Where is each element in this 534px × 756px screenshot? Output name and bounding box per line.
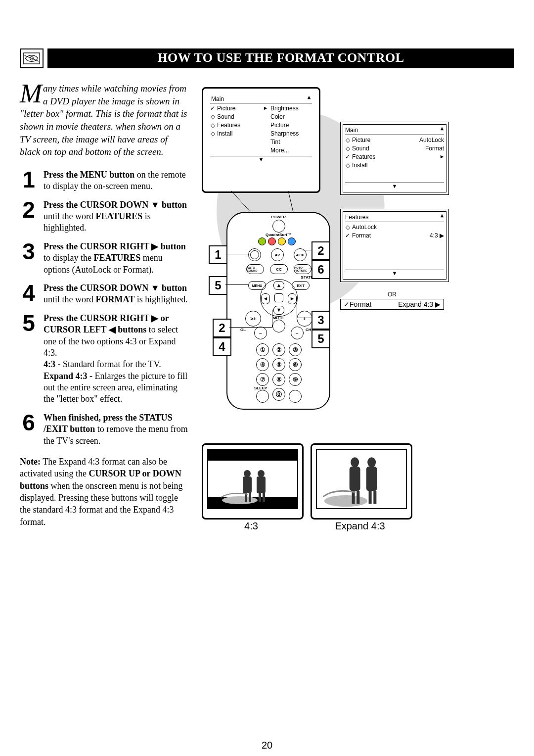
callout-2b: 2 bbox=[213, 319, 231, 337]
cursor-down-button[interactable] bbox=[273, 306, 284, 315]
callout-4: 4 bbox=[213, 337, 231, 356]
cursor-ok-button[interactable] bbox=[274, 293, 283, 302]
intro-body: any times while watching movies from a D… bbox=[20, 83, 187, 157]
panel-features: Features ◇AutoLock ✓Format4:3 ▶ bbox=[340, 209, 449, 282]
cc-button[interactable]: CC bbox=[270, 264, 288, 274]
quadrasurf-button[interactable] bbox=[258, 237, 266, 245]
beam-lines bbox=[202, 82, 350, 231]
digit-5-button[interactable]: ⑤ bbox=[272, 358, 285, 371]
dropcap: M bbox=[20, 82, 43, 106]
step-text: FEATURES bbox=[94, 253, 141, 263]
digit-1-button[interactable]: ① bbox=[256, 343, 269, 356]
cursor-up-button[interactable] bbox=[273, 281, 284, 290]
svg-rect-13 bbox=[249, 493, 251, 502]
sleep-button[interactable] bbox=[256, 390, 269, 403]
panel-item: Sound bbox=[352, 145, 369, 152]
quadrasurf-button[interactable] bbox=[288, 237, 296, 245]
panel-value: Format bbox=[425, 145, 444, 152]
panel-value: AutoLock bbox=[419, 137, 444, 143]
panel-item: Features bbox=[352, 153, 375, 160]
quadrasurf-button[interactable] bbox=[268, 237, 276, 245]
svg-rect-19 bbox=[350, 467, 360, 491]
panel-item: Format bbox=[352, 232, 371, 239]
mute-button[interactable] bbox=[272, 320, 285, 332]
step-text: Standard format for the TV. bbox=[63, 359, 161, 369]
step-text: until the word bbox=[44, 294, 96, 304]
digit-6-button[interactable]: ⑥ bbox=[289, 358, 302, 371]
note-lead: Note: bbox=[20, 457, 41, 467]
svg-rect-22 bbox=[356, 491, 359, 504]
brand-icon bbox=[20, 48, 44, 68]
step-4: 4 Press the CURSOR DOWN ▼ button until t… bbox=[20, 283, 190, 306]
ch-down-button[interactable]: − bbox=[291, 327, 304, 339]
svg-point-20 bbox=[351, 457, 359, 467]
svg-point-18 bbox=[324, 495, 367, 507]
digit-9-button[interactable]: ⑨ bbox=[289, 373, 302, 386]
callout-2: 2 bbox=[312, 241, 330, 260]
digit-3-button[interactable]: ③ bbox=[289, 343, 302, 356]
step-number: 4 bbox=[20, 282, 38, 306]
blank-button[interactable] bbox=[289, 390, 302, 403]
digit-0-button[interactable]: ⓪ bbox=[272, 388, 285, 401]
power-button[interactable] bbox=[272, 220, 285, 233]
format-bar-right: Expand 4:3 ▶ bbox=[398, 300, 441, 308]
or-label: OR bbox=[340, 291, 444, 298]
step-text: FEATURES bbox=[96, 211, 143, 221]
svg-rect-10 bbox=[243, 476, 252, 493]
panel-item: Install bbox=[352, 162, 367, 169]
av-button[interactable]: AV bbox=[271, 248, 284, 261]
digit-2-button[interactable]: ② bbox=[272, 343, 285, 356]
panel-item: AutoLock bbox=[352, 224, 377, 231]
step-text: FORMAT bbox=[96, 294, 135, 304]
svg-point-11 bbox=[244, 470, 251, 477]
check-icon: ✓ bbox=[345, 232, 350, 239]
step-5: 5 Press the CURSOR RIGHT ▶ or CURSOR LEF… bbox=[20, 313, 190, 405]
power-label: POWER bbox=[226, 215, 330, 219]
format-bar: ✓Format Expand 4:3 ▶ bbox=[340, 299, 444, 310]
cursor-left-button[interactable] bbox=[261, 293, 270, 304]
sample-4-3-label: 4:3 bbox=[202, 520, 301, 532]
callout-3: 3 bbox=[312, 311, 330, 330]
svg-point-15 bbox=[258, 470, 265, 477]
triangle-down-icon bbox=[393, 272, 397, 276]
step-3: 3 Press the CURSOR RIGHT ▶ button to dis… bbox=[20, 241, 190, 276]
digit-4-button[interactable]: ④ bbox=[256, 358, 269, 371]
step-1: 1 Press the MENU button on the remote to… bbox=[20, 169, 190, 192]
triangle-up-icon bbox=[440, 214, 444, 218]
intro-text: M any times while watching movies from a… bbox=[20, 82, 190, 158]
cursor-right-button[interactable] bbox=[288, 293, 297, 304]
triangle-up-icon bbox=[440, 127, 444, 131]
callout-1: 1 bbox=[209, 245, 227, 264]
step-number: 6 bbox=[20, 411, 38, 447]
auto-sound-button[interactable]: AUTO SOUND bbox=[246, 264, 264, 274]
sample-4-3 bbox=[202, 443, 304, 520]
panel-main-features: Main ◇PictureAutoLock ◇SoundFormat ✓Feat… bbox=[340, 122, 449, 195]
step-text: 4:3 - bbox=[44, 359, 63, 369]
format-bar-left: ✓Format bbox=[344, 300, 371, 308]
vol-down-button[interactable]: − bbox=[254, 327, 267, 339]
step-number: 1 bbox=[20, 168, 38, 192]
vol-label: OL bbox=[240, 328, 246, 332]
digit-8-button[interactable]: ⑧ bbox=[272, 373, 285, 386]
triangle-down-icon bbox=[393, 185, 397, 189]
step-number: 5 bbox=[20, 312, 38, 405]
step-2: 2 Press the CURSOR DOWN ▼ button until t… bbox=[20, 199, 190, 234]
sample-expand bbox=[311, 443, 412, 520]
step-text: Press the CURSOR DOWN ▼ button bbox=[44, 283, 187, 293]
ch-label: CH bbox=[306, 328, 312, 332]
auto-picture-button[interactable]: AUTO PICTURE bbox=[294, 264, 312, 274]
panel-item: Picture bbox=[352, 137, 370, 143]
callout-5: 5 bbox=[209, 276, 227, 295]
step-6: 6 When finished, press the STATUS /EXIT … bbox=[20, 412, 190, 447]
digit-7-button[interactable]: ⑦ bbox=[256, 373, 269, 386]
svg-rect-23 bbox=[366, 467, 377, 491]
page-title: HOW TO USE THE FORMAT CONTROL bbox=[47, 48, 514, 68]
step-text: is highlighted. bbox=[134, 294, 188, 304]
svg-rect-17 bbox=[263, 493, 265, 502]
title-bar: HOW TO USE THE FORMAT CONTROL bbox=[20, 48, 514, 68]
sample-expand-label: Expand 4:3 bbox=[311, 520, 409, 532]
svg-rect-26 bbox=[373, 491, 376, 504]
quadrasurf-button[interactable] bbox=[278, 237, 286, 245]
step-number: 3 bbox=[20, 240, 38, 276]
step-text: to display the bbox=[44, 253, 94, 263]
